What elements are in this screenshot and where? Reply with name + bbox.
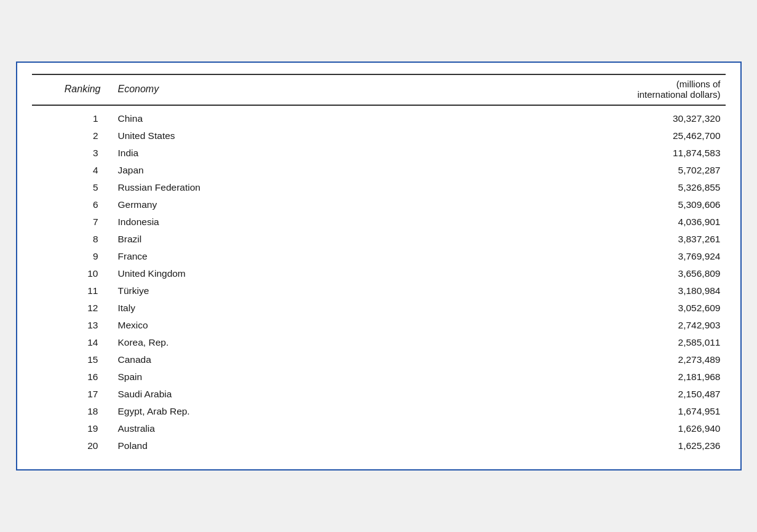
main-container: Ranking Economy (millions of internation… (16, 62, 742, 470)
cell-economy: Brazil (106, 231, 303, 248)
cell-economy: Australia (106, 420, 303, 437)
table-row: 9France3,769,924 (32, 248, 726, 265)
col-header-economy: Economy (106, 74, 303, 105)
cell-economy: Canada (106, 351, 303, 368)
cell-value: 3,656,809 (303, 265, 726, 282)
cell-economy: United States (106, 127, 303, 145)
table-row: 10United Kingdom3,656,809 (32, 265, 726, 282)
table-row: 5Russian Federation5,326,855 (32, 179, 726, 196)
cell-ranking: 11 (32, 282, 106, 300)
cell-economy: India (106, 145, 303, 162)
header-row: Ranking Economy (millions of internation… (32, 74, 726, 105)
cell-value: 3,769,924 (303, 248, 726, 265)
cell-ranking: 20 (32, 437, 106, 455)
cell-economy: Egypt, Arab Rep. (106, 403, 303, 420)
cell-value: 2,181,968 (303, 368, 726, 386)
cell-ranking: 9 (32, 248, 106, 265)
cell-economy: Spain (106, 368, 303, 386)
cell-economy: Poland (106, 437, 303, 455)
cell-ranking: 8 (32, 231, 106, 248)
cell-value: 3,837,261 (303, 231, 726, 248)
cell-value: 1,626,940 (303, 420, 726, 437)
cell-ranking: 7 (32, 213, 106, 231)
cell-ranking: 6 (32, 196, 106, 213)
cell-ranking: 13 (32, 317, 106, 334)
cell-economy: Japan (106, 162, 303, 179)
cell-ranking: 3 (32, 145, 106, 162)
table-row: 15Canada2,273,489 (32, 351, 726, 368)
table-row: 1China30,327,320 (32, 105, 726, 127)
cell-ranking: 18 (32, 403, 106, 420)
table-row: 13Mexico2,742,903 (32, 317, 726, 334)
cell-economy: Mexico (106, 317, 303, 334)
cell-economy: France (106, 248, 303, 265)
cell-value: 1,625,236 (303, 437, 726, 455)
unit-line2: international dollars) (637, 89, 720, 100)
cell-value: 2,742,903 (303, 317, 726, 334)
cell-value: 2,150,487 (303, 386, 726, 403)
cell-value: 4,036,901 (303, 213, 726, 231)
cell-ranking: 10 (32, 265, 106, 282)
table-row: 17Saudi Arabia2,150,487 (32, 386, 726, 403)
table-row: 12Italy3,052,609 (32, 300, 726, 317)
cell-ranking: 19 (32, 420, 106, 437)
cell-ranking: 16 (32, 368, 106, 386)
cell-economy: China (106, 105, 303, 127)
cell-value: 1,674,951 (303, 403, 726, 420)
cell-value: 2,585,011 (303, 334, 726, 351)
table-row: 18Egypt, Arab Rep.1,674,951 (32, 403, 726, 420)
table-row: 3India11,874,583 (32, 145, 726, 162)
table-row: 7Indonesia4,036,901 (32, 213, 726, 231)
col-header-value: (millions of international dollars) (303, 74, 726, 105)
cell-value: 2,273,489 (303, 351, 726, 368)
table-row: 6Germany5,309,606 (32, 196, 726, 213)
cell-ranking: 17 (32, 386, 106, 403)
table-row: 16Spain2,181,968 (32, 368, 726, 386)
cell-value: 11,874,583 (303, 145, 726, 162)
table-row: 14Korea, Rep.2,585,011 (32, 334, 726, 351)
col-header-ranking: Ranking (32, 74, 106, 105)
cell-ranking: 2 (32, 127, 106, 145)
cell-economy: Türkiye (106, 282, 303, 300)
cell-economy: Saudi Arabia (106, 386, 303, 403)
cell-value: 5,326,855 (303, 179, 726, 196)
cell-ranking: 1 (32, 105, 106, 127)
table-row: 20Poland1,625,236 (32, 437, 726, 455)
cell-value: 25,462,700 (303, 127, 726, 145)
cell-value: 30,327,320 (303, 105, 726, 127)
cell-economy: Korea, Rep. (106, 334, 303, 351)
unit-line1: (millions of (676, 79, 721, 89)
cell-value: 5,309,606 (303, 196, 726, 213)
cell-ranking: 14 (32, 334, 106, 351)
table-row: 8Brazil3,837,261 (32, 231, 726, 248)
cell-economy: Russian Federation (106, 179, 303, 196)
cell-value: 3,180,984 (303, 282, 726, 300)
cell-value: 5,702,287 (303, 162, 726, 179)
table-row: 4Japan5,702,287 (32, 162, 726, 179)
cell-ranking: 15 (32, 351, 106, 368)
cell-economy: Germany (106, 196, 303, 213)
table-row: 2United States25,462,700 (32, 127, 726, 145)
table-row: 19Australia1,626,940 (32, 420, 726, 437)
cell-ranking: 5 (32, 179, 106, 196)
cell-value: 3,052,609 (303, 300, 726, 317)
cell-economy: United Kingdom (106, 265, 303, 282)
rankings-table: Ranking Economy (millions of internation… (32, 74, 726, 455)
cell-ranking: 4 (32, 162, 106, 179)
cell-economy: Italy (106, 300, 303, 317)
cell-ranking: 12 (32, 300, 106, 317)
table-row: 11Türkiye3,180,984 (32, 282, 726, 300)
cell-economy: Indonesia (106, 213, 303, 231)
